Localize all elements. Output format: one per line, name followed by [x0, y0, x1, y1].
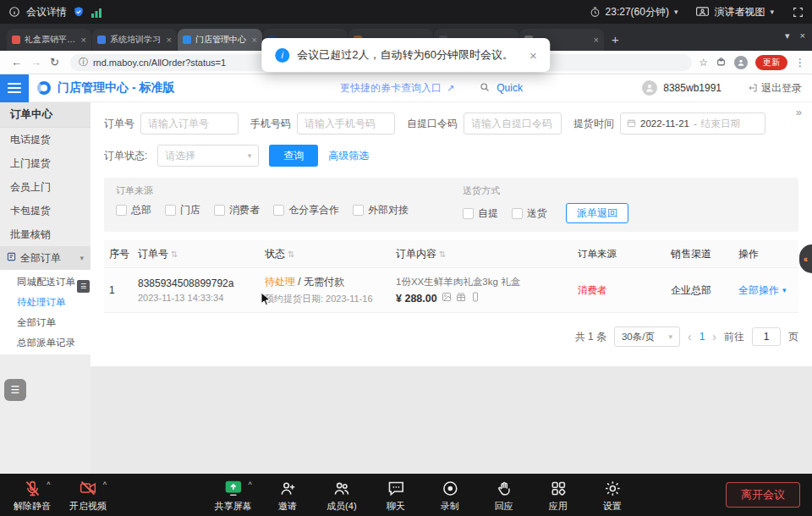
app-header: 门店管理中心 - 标准版 更快捷的券卡查询入口 ↗ Quick 8385wb19… [0, 74, 812, 102]
menu-button[interactable] [0, 74, 29, 102]
start-video-button[interactable]: ^ 开启视频 [68, 478, 108, 513]
checkbox-icon [512, 208, 523, 219]
security-shield-icon[interactable] [73, 6, 85, 18]
reload-icon[interactable]: ↻ [50, 56, 59, 69]
toast-close-icon[interactable]: × [529, 48, 537, 63]
reaction-button[interactable]: 回应 [484, 478, 524, 513]
browser-tab-active[interactable]: 门店管理中心× [178, 29, 262, 51]
back-icon[interactable]: ← [11, 56, 22, 69]
gift-icon[interactable] [456, 292, 466, 305]
pickup-date-range[interactable]: 2022-11-21 - 结束日期 [620, 113, 765, 134]
sidebar-item-door-pickup[interactable]: 上门提货 [0, 151, 91, 175]
site-info-icon[interactable]: ⓘ [79, 56, 88, 69]
extensions-icon[interactable] [716, 55, 727, 70]
sidebar-subitem-all-orders[interactable]: 全部订单 [0, 312, 91, 332]
dispatch-return-button[interactable]: 派单退回 [566, 203, 628, 223]
logout-button[interactable]: 退出登录 [748, 81, 802, 96]
current-page[interactable]: 1 [700, 331, 705, 343]
tab-close-icon[interactable]: × [167, 35, 172, 45]
sidebar-item-all-orders[interactable]: 全部订单 ▾ [0, 246, 91, 270]
checkbox-source-warehouse-share[interactable]: 仓分享合作 [273, 203, 339, 217]
url-text: rnd.maboy.cn/AllOrder?status=1 [93, 58, 226, 68]
pickup-code-input[interactable] [464, 113, 562, 134]
goto-page-input[interactable] [752, 327, 781, 346]
mic-options-caret-icon[interactable]: ^ [47, 480, 50, 489]
mute-button[interactable]: ^ 解除静音 [12, 478, 52, 513]
checkbox-delivery-selfpickup[interactable]: 自提 [463, 206, 498, 221]
quick-menu-button[interactable]: ☰ [4, 379, 26, 401]
sort-icon[interactable]: ⇅ [171, 250, 178, 259]
browser-menu-icon[interactable]: ⋮ [795, 57, 805, 69]
phone-input[interactable] [297, 113, 395, 134]
tab-close-icon[interactable]: × [81, 35, 86, 45]
record-button[interactable]: 录制 [430, 478, 470, 513]
checkbox-source-hq[interactable]: 总部 [116, 203, 151, 217]
sidebar-toggle-icon[interactable]: ☰ [77, 280, 90, 293]
order-table-row[interactable]: 1 8385934508899792a 2023-11-13 14:33:34 … [104, 267, 798, 313]
timer-caret-icon[interactable]: ▾ [674, 8, 678, 16]
row-index: 1 [104, 284, 138, 296]
checkbox-source-consumer[interactable]: 消费者 [214, 203, 260, 217]
view-mode-label[interactable]: 演讲者视图 [714, 5, 765, 19]
sidebar-item-member-visit[interactable]: 会员上门 [0, 175, 91, 199]
tab-favicon [12, 36, 20, 44]
share-options-caret-icon[interactable]: ^ [249, 480, 252, 489]
window-close-icon[interactable]: × [800, 30, 805, 41]
app-logo-icon [37, 81, 51, 95]
meeting-details-label[interactable]: 会议详情 [26, 5, 67, 19]
invite-button[interactable]: 邀请 [267, 478, 308, 513]
profile-avatar[interactable] [734, 56, 748, 69]
bookmark-star-icon[interactable]: ☆ [699, 57, 708, 69]
browser-update-button[interactable]: 更新 [755, 55, 787, 70]
sort-icon[interactable]: ⇅ [439, 250, 446, 259]
advanced-filter-link[interactable]: 高级筛选 [328, 149, 369, 163]
sidebar-section-order-center: 订单中心 [0, 102, 91, 128]
next-page-button[interactable]: › [712, 330, 716, 343]
timer-icon [590, 7, 601, 18]
sidebar-subitem-hq-dispatch-records[interactable]: 总部派单记录 [0, 332, 91, 353]
network-signal-icon[interactable] [91, 7, 102, 18]
sidebar-item-phone-pickup[interactable]: 电话提货 [0, 128, 91, 151]
phone-icon[interactable] [470, 292, 480, 305]
toast-text: 会议已超过2人，自动转为60分钟限时会议。 [297, 47, 513, 63]
chat-button[interactable]: 聊天 [376, 478, 416, 513]
browser-tab[interactable]: 礼盒票销平台管理中心× [7, 29, 91, 51]
sales-channel-value: 企业总部 [671, 283, 738, 298]
image-icon[interactable] [442, 292, 452, 305]
order-number: 8385934508899792a [138, 277, 260, 289]
order-status-select[interactable]: 请选择 ▾ [157, 145, 259, 167]
new-tab-button[interactable]: + [612, 32, 619, 47]
share-screen-button[interactable]: ^ 共享屏幕 [213, 478, 254, 513]
info-icon[interactable] [8, 6, 20, 18]
page-size-select[interactable]: 30条/页 ▾ [614, 327, 680, 347]
checkbox-source-store[interactable]: 门店 [165, 203, 200, 217]
settings-button[interactable]: 设置 [592, 478, 633, 513]
search-button[interactable]: 查询 [269, 145, 318, 167]
screen: 会议详情 23:27(60分钟) ▾ 演讲者视图 ▾ [0, 0, 812, 516]
forward-icon[interactable]: → [30, 56, 41, 69]
order-status-label: 订单状态: [104, 149, 147, 163]
tab-favicon [97, 36, 106, 44]
tab-close-icon[interactable]: × [252, 35, 257, 45]
sidebar-item-batch-verify[interactable]: 批量核销 [0, 222, 91, 246]
tab-search-icon[interactable]: ▾ [785, 30, 790, 41]
browser-tab[interactable]: 系统培训学习× [92, 29, 177, 51]
leave-meeting-button[interactable]: 离开会议 [726, 482, 800, 508]
video-options-caret-icon[interactable]: ^ [103, 480, 107, 489]
row-actions-dropdown[interactable]: 全部操作 ▾ [738, 283, 798, 298]
prev-page-button[interactable]: ‹ [688, 330, 692, 343]
view-caret-icon[interactable]: ▾ [770, 8, 774, 16]
order-no-input[interactable] [140, 113, 239, 134]
quick-search-link[interactable]: Quick [497, 82, 523, 94]
members-button[interactable]: 成员(4) [321, 478, 362, 513]
fullscreen-icon[interactable] [793, 7, 804, 18]
checkbox-source-external[interactable]: 外部对接 [353, 203, 409, 217]
coupon-query-link[interactable]: 更快捷的券卡查询入口 [340, 81, 442, 96]
checkbox-delivery-deliver[interactable]: 送货 [512, 206, 547, 221]
collapse-panel-icon[interactable]: » [796, 106, 802, 118]
sidebar-subitem-pending-orders[interactable]: 待处理订单 [0, 292, 91, 312]
apps-button[interactable]: 应用 [538, 478, 579, 513]
tab-close-icon[interactable]: × [594, 35, 599, 45]
sort-icon[interactable]: ⇅ [288, 250, 294, 259]
sidebar-item-cardbag-pickup[interactable]: 卡包提货 [0, 199, 91, 222]
